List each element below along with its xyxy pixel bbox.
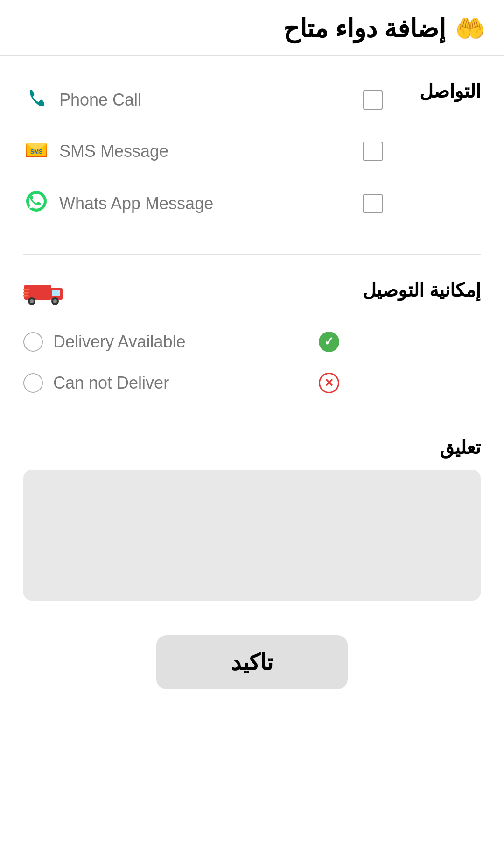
cannot-deliver-left: Can not Deliver [23,373,169,393]
cannot-deliver-radio[interactable] [23,373,43,393]
confirm-section: تاكيد [23,616,481,717]
whatsapp-checkbox[interactable] [363,194,383,213]
cannot-deliver-status-icon [319,373,339,393]
sms-message-icon: SMS [23,139,49,164]
delivery-available-left: Delivery Available [23,332,185,352]
phone-call-item: Phone Call [23,74,383,126]
cannot-deliver-label: Can not Deliver [53,373,169,393]
whatsapp-icon [23,190,49,217]
cannot-deliver-option: Can not Deliver [23,362,339,404]
truck-row [23,273,339,321]
svg-rect-9 [52,290,60,296]
svg-point-13 [53,299,57,303]
sms-message-left: SMS SMS Message [23,139,168,164]
main-content: التواصل Phone Call [0,56,504,736]
header: 🤲 إضافة دواء متاح [0,0,504,56]
whatsapp-item: Whats App Message [23,177,383,230]
comment-textarea[interactable] [23,470,481,601]
phone-call-left: Phone Call [23,87,141,113]
phone-call-checkbox[interactable] [363,90,383,110]
phone-call-label: Phone Call [59,90,141,110]
delivery-available-radio[interactable] [23,332,43,352]
section-divider [23,254,481,255]
whatsapp-left: Whats App Message [23,190,213,217]
delivery-available-label: Delivery Available [53,332,185,352]
delivery-label: إمكانية التوصيل [363,278,481,302]
delivery-options: Delivery Available Can not Deliver [23,273,339,404]
contact-label: التواصل [406,79,481,103]
svg-text:SMS: SMS [30,149,42,155]
page-title: إضافة دواء متاح [283,14,446,43]
svg-point-11 [30,299,34,303]
contact-options: Phone Call SMS [23,74,383,230]
phone-call-icon [23,87,49,113]
header-icon: 🤲 [455,14,485,43]
sms-message-checkbox[interactable] [363,142,383,161]
sms-message-label: SMS Message [59,142,168,161]
delivery-available-status-icon [319,332,339,352]
comment-label: تعليق [23,437,481,458]
sms-message-item: SMS SMS Message [23,126,383,177]
contact-section: التواصل Phone Call [23,74,481,230]
comment-section: تعليق [23,427,481,616]
delivery-truck-icon [23,281,65,312]
whatsapp-label: Whats App Message [59,194,213,213]
delivery-available-option: Delivery Available [23,321,339,362]
confirm-button[interactable]: تاكيد [156,635,348,689]
delivery-section: إمكانية التوصيل [23,273,481,404]
